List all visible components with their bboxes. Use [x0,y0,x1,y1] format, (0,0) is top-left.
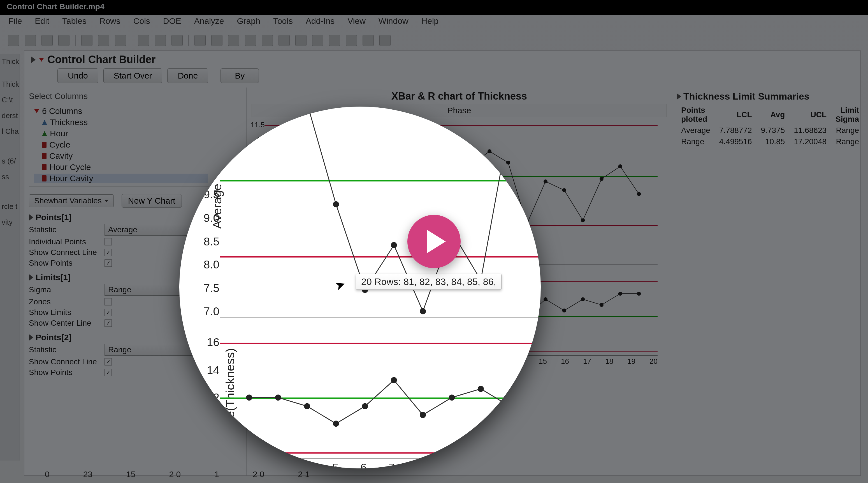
menu-cols[interactable]: Cols [133,16,150,26]
toolbar-icon[interactable] [25,35,36,46]
menu-window[interactable]: Window [378,16,408,26]
bottom-row-peek: 023152 012 02 1 [45,470,310,479]
toolbar-icon[interactable] [138,35,149,46]
column-item[interactable]: Cycle [34,140,208,149]
menu-doe[interactable]: DOE [163,16,181,26]
column-item[interactable]: Cavity [34,151,208,161]
menu-graph[interactable]: Graph [237,16,260,26]
menu-bar[interactable]: FileEditTablesRowsColsDOEAnalyzeGraphToo… [0,15,868,31]
svg-point-12 [506,161,510,165]
chart-title: XBar & R chart of Thickness [252,90,667,102]
toolbar-icon[interactable] [172,35,183,46]
disclosure-icon[interactable] [31,56,36,63]
prop-label: Sigma [29,285,104,294]
menu-tables[interactable]: Tables [62,16,87,26]
toolbar-icon[interactable] [329,35,340,46]
brush-icon[interactable] [279,35,290,46]
toolbar-icon[interactable] [8,35,19,46]
panel-title: Limits[1] [36,273,71,282]
column-label: Cycle [49,140,70,149]
menu-help[interactable]: Help [422,16,439,26]
summary-title: Thickness Limit Summaries [683,91,809,102]
column-item[interactable]: Hour Cycle [34,162,208,172]
new-y-chart-button[interactable]: New Y Chart [122,194,182,207]
nominal-icon [42,175,46,181]
menu-rows[interactable]: Rows [99,16,121,26]
svg-point-65 [391,377,397,383]
red-menu-icon[interactable] [34,109,39,113]
toolbar-icon[interactable] [98,35,109,46]
disclosure-icon[interactable] [29,334,33,341]
annotate-icon[interactable] [379,35,391,46]
svg-point-62 [304,403,310,409]
prop-label: Show Limits [29,308,104,317]
nominal-icon [42,153,46,159]
help-icon[interactable] [211,35,222,46]
by-button[interactable]: By [220,68,259,83]
prop-checkbox[interactable]: ✓ [104,309,112,316]
prop-checkbox[interactable] [104,238,112,246]
zoom-spotlight: Average 11.51110.5109.59.08.58.07.57.0 R… [179,107,541,468]
svg-point-34 [544,297,548,301]
svg-point-39 [637,292,641,295]
prop-label: Statistic [29,225,104,234]
svg-point-60 [246,394,252,401]
arrow-icon[interactable] [194,35,206,46]
menu-tools[interactable]: Tools [273,16,293,26]
column-item[interactable]: Thickness [34,117,208,127]
prop-label: Show Connect Line [29,248,104,257]
startover-button[interactable]: Start Over [103,68,162,83]
column-item[interactable]: Hour Cavity [34,174,208,183]
docked-panel-strip: ThickThickC:\tderstl Chas (6/ssrcle tvit… [0,54,20,460]
toolbar-icon[interactable] [81,35,92,46]
svg-point-66 [420,412,426,418]
zoom-icon[interactable] [295,35,307,46]
toolbar[interactable] [0,31,868,50]
svg-point-61 [275,394,281,401]
toolbar-icon[interactable] [346,35,357,46]
menu-analyze[interactable]: Analyze [194,16,224,26]
toolbar-icon[interactable] [58,35,69,46]
prop-checkbox[interactable]: ✓ [104,358,112,366]
toolbar-icon[interactable] [363,35,374,46]
disclosure-icon[interactable] [677,93,681,100]
crosshair-icon[interactable] [312,35,323,46]
toolbar-icon[interactable] [245,35,256,46]
nominal-icon [42,164,46,170]
menu-add-ins[interactable]: Add-Ins [306,16,335,26]
svg-point-45 [391,242,397,248]
prop-checkbox[interactable]: ✓ [104,369,112,376]
window-title: Control Chart Builder [48,54,155,66]
toolbar-icon[interactable] [155,35,166,46]
video-title: Control Chart Builder.mp4 [7,2,104,11]
prop-label: Individual Points [29,237,104,246]
point-tooltip: 20 Rows: 81, 82, 83, 84, 85, 86, [356,274,501,290]
svg-point-19 [637,192,641,196]
ordinal-icon [42,131,47,136]
red-menu-icon[interactable] [39,58,44,62]
lasso-icon[interactable] [262,35,273,46]
svg-point-11 [488,149,491,153]
columns-list[interactable]: 6 Columns ThicknessHourCycleCavityHour C… [29,103,209,187]
toolbar-icon[interactable] [41,35,53,46]
svg-point-37 [599,303,603,307]
done-button[interactable]: Done [167,68,208,83]
panel-title: Points[1] [36,212,71,222]
continuous-icon [42,120,47,125]
prop-checkbox[interactable]: ✓ [104,319,112,327]
menu-file[interactable]: File [8,16,22,26]
play-button[interactable] [407,215,461,268]
disclosure-icon[interactable] [29,274,33,281]
svg-point-18 [618,164,622,168]
menu-view[interactable]: View [347,16,365,26]
column-item[interactable]: Hour [34,129,208,138]
undo-button[interactable]: Undo [57,68,98,83]
disclosure-icon[interactable] [29,214,33,221]
prop-checkbox[interactable]: ✓ [104,259,112,267]
toolbar-icon[interactable] [228,35,239,46]
prop-checkbox[interactable] [104,298,112,306]
menu-edit[interactable]: Edit [35,16,49,26]
chart-type-combo[interactable]: Shewhart Variables [29,194,114,207]
prop-checkbox[interactable]: ✓ [104,249,112,256]
toolbar-icon[interactable] [115,35,126,46]
